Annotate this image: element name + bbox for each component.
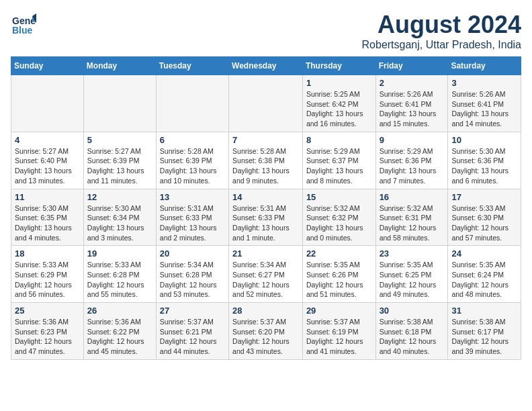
weekday-header: Wednesday xyxy=(229,57,303,75)
day-number: 9 xyxy=(380,135,445,145)
calendar-cell: 30Sunrise: 5:38 AM Sunset: 6:18 PM Dayli… xyxy=(375,303,448,360)
calendar-cell: 7Sunrise: 5:28 AM Sunset: 6:38 PM Daylig… xyxy=(229,132,303,189)
calendar-cell: 1Sunrise: 5:25 AM Sunset: 6:42 PM Daylig… xyxy=(302,75,375,132)
calendar-cell: 3Sunrise: 5:26 AM Sunset: 6:41 PM Daylig… xyxy=(448,75,521,132)
day-info: Sunrise: 5:31 AM Sunset: 6:33 PM Dayligh… xyxy=(232,203,299,243)
day-info: Sunrise: 5:33 AM Sunset: 6:29 PM Dayligh… xyxy=(15,260,80,300)
day-info: Sunrise: 5:28 AM Sunset: 6:39 PM Dayligh… xyxy=(160,146,225,186)
day-info: Sunrise: 5:25 AM Sunset: 6:42 PM Dayligh… xyxy=(306,89,372,129)
svg-text:Blue: Blue xyxy=(12,25,33,36)
day-number: 28 xyxy=(232,306,299,316)
calendar-week-row: 18Sunrise: 5:33 AM Sunset: 6:29 PM Dayli… xyxy=(11,246,521,303)
day-number: 19 xyxy=(87,248,152,259)
day-number: 26 xyxy=(87,306,152,316)
day-number: 16 xyxy=(380,192,445,202)
calendar-cell: 18Sunrise: 5:33 AM Sunset: 6:29 PM Dayli… xyxy=(11,246,84,303)
logo: General Blue xyxy=(11,11,36,36)
day-info: Sunrise: 5:35 AM Sunset: 6:24 PM Dayligh… xyxy=(451,260,517,300)
day-number: 5 xyxy=(87,135,152,145)
day-number: 25 xyxy=(15,306,80,316)
calendar-cell xyxy=(229,75,303,132)
day-info: Sunrise: 5:33 AM Sunset: 6:28 PM Dayligh… xyxy=(87,260,152,300)
weekday-header: Saturday xyxy=(448,57,521,75)
day-info: Sunrise: 5:38 AM Sunset: 6:17 PM Dayligh… xyxy=(451,317,517,357)
calendar-cell: 22Sunrise: 5:35 AM Sunset: 6:26 PM Dayli… xyxy=(302,246,375,303)
day-number: 13 xyxy=(160,192,225,202)
day-number: 12 xyxy=(87,192,152,202)
calendar-cell: 10Sunrise: 5:30 AM Sunset: 6:36 PM Dayli… xyxy=(448,132,521,189)
day-info: Sunrise: 5:33 AM Sunset: 6:30 PM Dayligh… xyxy=(451,203,517,243)
day-info: Sunrise: 5:28 AM Sunset: 6:38 PM Dayligh… xyxy=(232,146,299,186)
day-number: 18 xyxy=(15,248,80,259)
day-number: 27 xyxy=(160,306,225,316)
header: General Blue August 2024 Robertsganj, Ut… xyxy=(11,11,521,51)
day-info: Sunrise: 5:35 AM Sunset: 6:25 PM Dayligh… xyxy=(380,260,445,300)
calendar-cell: 12Sunrise: 5:30 AM Sunset: 6:34 PM Dayli… xyxy=(83,189,156,246)
day-number: 8 xyxy=(306,135,372,145)
calendar-week-row: 11Sunrise: 5:30 AM Sunset: 6:35 PM Dayli… xyxy=(11,189,521,246)
day-number: 31 xyxy=(451,306,517,316)
day-info: Sunrise: 5:34 AM Sunset: 6:27 PM Dayligh… xyxy=(232,260,299,300)
day-number: 4 xyxy=(15,135,80,145)
day-info: Sunrise: 5:34 AM Sunset: 6:28 PM Dayligh… xyxy=(160,260,225,300)
day-info: Sunrise: 5:27 AM Sunset: 6:39 PM Dayligh… xyxy=(87,146,152,186)
day-number: 10 xyxy=(451,135,517,145)
weekday-header: Thursday xyxy=(302,57,375,75)
day-number: 15 xyxy=(306,192,372,202)
calendar-cell xyxy=(11,75,84,132)
day-number: 14 xyxy=(232,192,299,202)
subtitle: Robertsganj, Uttar Pradesh, India xyxy=(362,39,521,51)
calendar-cell: 9Sunrise: 5:29 AM Sunset: 6:36 PM Daylig… xyxy=(375,132,448,189)
day-number: 7 xyxy=(232,135,299,145)
calendar-cell: 29Sunrise: 5:37 AM Sunset: 6:19 PM Dayli… xyxy=(302,303,375,360)
day-number: 23 xyxy=(380,248,445,259)
day-info: Sunrise: 5:36 AM Sunset: 6:23 PM Dayligh… xyxy=(15,317,80,357)
day-number: 2 xyxy=(380,78,445,88)
title-area: August 2024 Robertsganj, Uttar Pradesh, … xyxy=(362,11,521,51)
calendar-cell: 8Sunrise: 5:29 AM Sunset: 6:37 PM Daylig… xyxy=(302,132,375,189)
calendar-cell: 24Sunrise: 5:35 AM Sunset: 6:24 PM Dayli… xyxy=(448,246,521,303)
calendar-cell: 15Sunrise: 5:32 AM Sunset: 6:32 PM Dayli… xyxy=(302,189,375,246)
day-number: 1 xyxy=(306,78,372,88)
calendar-cell: 26Sunrise: 5:36 AM Sunset: 6:22 PM Dayli… xyxy=(83,303,156,360)
calendar-week-row: 1Sunrise: 5:25 AM Sunset: 6:42 PM Daylig… xyxy=(11,75,521,132)
day-info: Sunrise: 5:37 AM Sunset: 6:20 PM Dayligh… xyxy=(232,317,299,357)
calendar-cell: 17Sunrise: 5:33 AM Sunset: 6:30 PM Dayli… xyxy=(448,189,521,246)
calendar-cell: 31Sunrise: 5:38 AM Sunset: 6:17 PM Dayli… xyxy=(448,303,521,360)
weekday-header: Friday xyxy=(375,57,448,75)
calendar-cell: 21Sunrise: 5:34 AM Sunset: 6:27 PM Dayli… xyxy=(229,246,303,303)
logo-icon: General Blue xyxy=(11,11,36,36)
day-info: Sunrise: 5:31 AM Sunset: 6:33 PM Dayligh… xyxy=(160,203,225,243)
day-info: Sunrise: 5:30 AM Sunset: 6:36 PM Dayligh… xyxy=(451,146,517,186)
day-number: 3 xyxy=(451,78,517,88)
calendar-table: SundayMondayTuesdayWednesdayThursdayFrid… xyxy=(11,56,521,360)
day-number: 6 xyxy=(160,135,225,145)
day-info: Sunrise: 5:36 AM Sunset: 6:22 PM Dayligh… xyxy=(87,317,152,357)
day-info: Sunrise: 5:38 AM Sunset: 6:18 PM Dayligh… xyxy=(380,317,445,357)
calendar-cell: 25Sunrise: 5:36 AM Sunset: 6:23 PM Dayli… xyxy=(11,303,84,360)
day-number: 20 xyxy=(160,248,225,259)
weekday-header: Monday xyxy=(83,57,156,75)
day-info: Sunrise: 5:29 AM Sunset: 6:37 PM Dayligh… xyxy=(306,146,372,186)
calendar-cell: 11Sunrise: 5:30 AM Sunset: 6:35 PM Dayli… xyxy=(11,189,84,246)
day-info: Sunrise: 5:35 AM Sunset: 6:26 PM Dayligh… xyxy=(306,260,372,300)
calendar-cell xyxy=(83,75,156,132)
calendar-cell: 28Sunrise: 5:37 AM Sunset: 6:20 PM Dayli… xyxy=(229,303,303,360)
day-info: Sunrise: 5:32 AM Sunset: 6:32 PM Dayligh… xyxy=(306,203,372,243)
calendar-week-row: 4Sunrise: 5:27 AM Sunset: 6:40 PM Daylig… xyxy=(11,132,521,189)
calendar-cell: 14Sunrise: 5:31 AM Sunset: 6:33 PM Dayli… xyxy=(229,189,303,246)
day-number: 24 xyxy=(451,248,517,259)
header-row: SundayMondayTuesdayWednesdayThursdayFrid… xyxy=(11,57,521,75)
calendar-cell: 19Sunrise: 5:33 AM Sunset: 6:28 PM Dayli… xyxy=(83,246,156,303)
day-number: 30 xyxy=(380,306,445,316)
calendar-cell: 16Sunrise: 5:32 AM Sunset: 6:31 PM Dayli… xyxy=(375,189,448,246)
day-info: Sunrise: 5:27 AM Sunset: 6:40 PM Dayligh… xyxy=(15,146,80,186)
day-info: Sunrise: 5:30 AM Sunset: 6:35 PM Dayligh… xyxy=(15,203,80,243)
calendar-cell: 6Sunrise: 5:28 AM Sunset: 6:39 PM Daylig… xyxy=(156,132,228,189)
day-number: 29 xyxy=(306,306,372,316)
day-info: Sunrise: 5:26 AM Sunset: 6:41 PM Dayligh… xyxy=(451,89,517,129)
main-title: August 2024 xyxy=(362,11,521,39)
day-number: 21 xyxy=(232,248,299,259)
calendar-cell: 27Sunrise: 5:37 AM Sunset: 6:21 PM Dayli… xyxy=(156,303,228,360)
calendar-cell xyxy=(156,75,228,132)
